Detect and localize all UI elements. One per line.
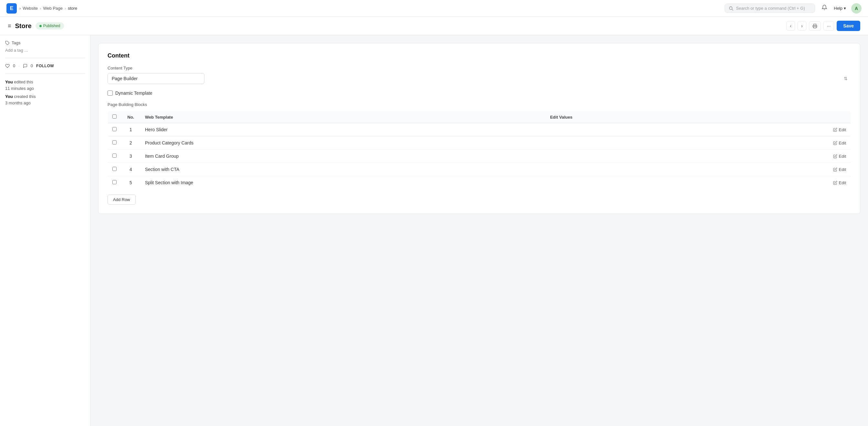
page-blocks-table: No. Web Template Edit Values 1 Hero Slid… [107, 111, 851, 190]
row-checkbox-3[interactable] [113, 167, 117, 171]
nav-left: E › Website › Web Page › store [6, 3, 77, 13]
comment-icon [23, 64, 27, 68]
dynamic-template-row: Dynamic Template [107, 90, 851, 96]
add-tag[interactable]: Add a tag ... [5, 48, 85, 53]
row-actions: Edit [694, 136, 850, 150]
created-info: You created this 3 months ago [5, 93, 85, 106]
comments-count: 0 [31, 63, 33, 68]
page-header-right: ‹ › ··· Save [786, 21, 860, 31]
back-icon: ‹ [790, 23, 792, 28]
breadcrumb-website[interactable]: Website [23, 6, 38, 11]
follow-button[interactable]: FOLLOW [36, 64, 54, 68]
breadcrumb-sep-0: › [20, 6, 21, 11]
notifications-button[interactable] [820, 3, 829, 13]
page-title: Store [15, 22, 32, 30]
edit-row-button[interactable]: Edit [833, 127, 846, 132]
col-header-edit-values: Edit Values [546, 111, 694, 123]
page-blocks-label: Page Building Blocks [107, 102, 851, 107]
table-row: 5 Split Section with Image Edit [108, 176, 851, 190]
row-checkbox-cell [108, 163, 121, 176]
row-checkbox-cell [108, 136, 121, 150]
edited-action: edited this [14, 80, 33, 84]
breadcrumb-webpage[interactable]: Web Page [43, 6, 62, 11]
page-header: ≡ Store Published ‹ › ··· Save [0, 17, 868, 35]
select-all-checkbox[interactable] [113, 114, 117, 119]
edit-row-button[interactable]: Edit [833, 180, 846, 185]
content-area: Content Content Type Page Builder HTML M… [90, 35, 868, 426]
edit-row-button[interactable]: Edit [833, 141, 846, 145]
select-arrow-icon: ⇅ [844, 76, 848, 81]
row-checkbox-cell [108, 176, 121, 190]
main-layout: Tags Add a tag ... 0 · 0 FOLLOW You e [0, 35, 868, 426]
row-checkbox-4[interactable] [113, 180, 117, 184]
forward-button[interactable]: › [798, 21, 806, 31]
search-bar[interactable]: Search or type a command (Ctrl + G) [724, 4, 815, 13]
print-button[interactable] [809, 21, 821, 31]
breadcrumb: › Website › Web Page › store [20, 6, 77, 11]
row-checkbox-cell [108, 150, 121, 163]
dynamic-template-checkbox[interactable] [107, 90, 113, 96]
content-type-label: Content Type [107, 66, 851, 70]
edit-row-button[interactable]: Edit [833, 167, 846, 172]
row-edit-values [546, 123, 694, 136]
status-label: Published [43, 24, 60, 28]
likes-count: 0 [13, 63, 15, 68]
dynamic-template-label[interactable]: Dynamic Template [115, 90, 152, 96]
printer-icon [812, 24, 817, 28]
row-edit-values [546, 163, 694, 176]
row-checkbox-1[interactable] [113, 140, 117, 144]
back-button[interactable]: ‹ [786, 21, 795, 31]
pencil-icon [833, 141, 837, 145]
sidebar: Tags Add a tag ... 0 · 0 FOLLOW You e [0, 35, 90, 426]
svg-rect-2 [813, 26, 816, 28]
avatar[interactable]: A [851, 3, 862, 13]
row-actions: Edit [694, 176, 850, 190]
row-no: 3 [121, 150, 141, 163]
menu-icon[interactable]: ≡ [8, 23, 11, 29]
created-by-label: You [5, 94, 13, 99]
page-header-left: ≡ Store Published [8, 22, 64, 30]
row-no: 4 [121, 163, 141, 176]
app-icon: E [6, 3, 17, 13]
row-checkbox-2[interactable] [113, 153, 117, 158]
row-edit-values [546, 150, 694, 163]
row-actions: Edit [694, 150, 850, 163]
row-no: 1 [121, 123, 141, 136]
row-edit-values [546, 136, 694, 150]
table-row: 2 Product Category Cards Edit [108, 136, 851, 150]
content-section-title: Content [107, 52, 851, 59]
content-type-select-wrapper: Page Builder HTML Markdown ⇅ [107, 73, 851, 84]
content-type-select[interactable]: Page Builder HTML Markdown [107, 73, 205, 84]
row-no: 2 [121, 136, 141, 150]
row-actions: Edit [694, 123, 850, 136]
row-no: 5 [121, 176, 141, 190]
breadcrumb-sep-2: › [65, 6, 66, 11]
content-card: Content Content Type Page Builder HTML M… [98, 43, 860, 214]
nav-right: Search or type a command (Ctrl + G) Help… [724, 3, 862, 13]
top-nav: E › Website › Web Page › store Search or… [0, 0, 868, 17]
row-web-template: Product Category Cards [141, 136, 546, 150]
help-button[interactable]: Help ▾ [834, 6, 846, 11]
status-badge: Published [35, 22, 64, 29]
edited-by-label: You [5, 80, 13, 84]
row-checkbox-cell [108, 123, 121, 136]
heart-icon [5, 64, 10, 68]
table-row: 3 Item Card Group Edit [108, 150, 851, 163]
pencil-icon [833, 128, 837, 132]
meta-section: 0 · 0 FOLLOW [5, 63, 85, 68]
forward-icon: › [801, 23, 803, 28]
table-row: 4 Section with CTA Edit [108, 163, 851, 176]
svg-line-1 [732, 9, 733, 10]
help-chevron-icon: ▾ [844, 6, 846, 11]
edited-info: You edited this 11 minutes ago [5, 79, 85, 91]
table-header-row: No. Web Template Edit Values [108, 111, 851, 123]
col-header-web-template: Web Template [141, 111, 546, 123]
edit-row-button[interactable]: Edit [833, 154, 846, 159]
row-checkbox-0[interactable] [113, 127, 117, 131]
add-row-button[interactable]: Add Row [107, 195, 135, 205]
row-web-template: Item Card Group [141, 150, 546, 163]
more-button[interactable]: ··· [824, 21, 834, 31]
meta-separator: · [19, 63, 20, 68]
save-button[interactable]: Save [837, 21, 860, 31]
col-header-no: No. [121, 111, 141, 123]
